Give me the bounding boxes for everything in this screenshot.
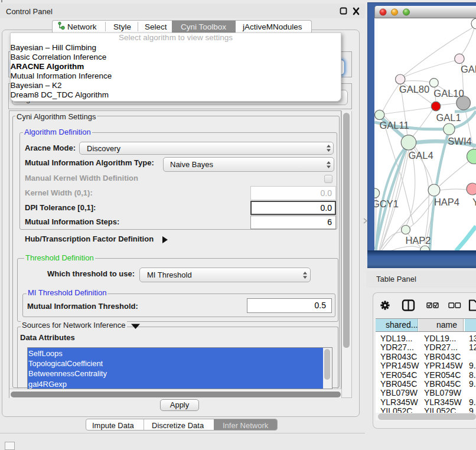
svg-text:GAL2: GAL2 [461,64,476,74]
svg-text:HAP2: HAP2 [405,235,431,246]
svg-text:GAL10: GAL10 [433,88,464,99]
svg-text:GAL11: GAL11 [379,120,409,131]
svg-text:SWI4: SWI4 [448,136,471,146]
svg-text:GAL1: GAL1 [436,112,461,123]
svg-text:Y: Y [472,197,476,207]
svg-text:HAP4: HAP4 [434,197,459,207]
svg-text:GAL4: GAL4 [408,150,433,161]
svg-text:GAL80: GAL80 [399,84,429,94]
svg-text:GCY1: GCY1 [374,198,399,209]
